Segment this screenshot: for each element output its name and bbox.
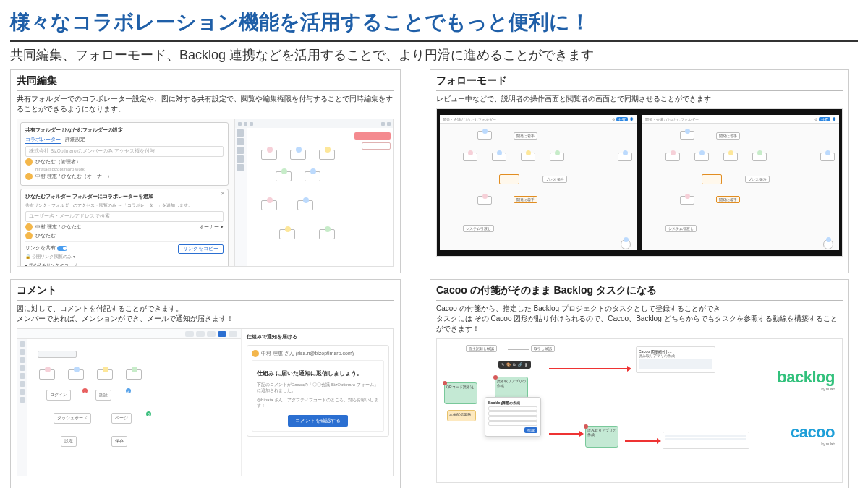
cacoo-logo: cacoo by nulab <box>791 423 835 446</box>
comment-bubble-icon[interactable]: 3 <box>146 411 151 416</box>
arrow-icon <box>549 433 581 435</box>
mini-editor <box>234 119 393 266</box>
accent-box <box>499 174 519 184</box>
comment-bubble-icon[interactable]: 1 <box>82 388 88 393</box>
context-menu[interactable]: ✎🎨⧉🔗🗑 <box>498 361 531 369</box>
node: 保存 <box>111 436 127 447</box>
card-comment-desc: 図に対して、コメントを付記することができます。 メンバーであれば、メンションがで… <box>11 304 400 328</box>
flow-box: ブレス 発注 <box>745 176 770 183</box>
card-backlog-title: Cacoo の付箋がそのまま Backlog タスクになる <box>430 280 848 300</box>
card-follow-title: フォローモード <box>430 70 848 90</box>
underline <box>436 90 843 91</box>
arrow-icon <box>549 368 629 369</box>
user-label: ひなたむ <box>35 232 56 239</box>
comment-canvas: ログイン 1 認証 2 ダッシュボード ページ 3 設定 保存 <box>17 329 242 476</box>
mention-text: @hinata さん、アダプティブカードのところ、対応お願いします！ <box>257 397 379 409</box>
flow-box: 取引し確認 <box>531 345 555 352</box>
card-coedit: 共同編集 共有フォルダーでのコラボレーター設定や、図に対する共有設定で、閲覧や編… <box>10 69 401 273</box>
node: ページ <box>111 413 132 424</box>
link-label: リンクを共有 <box>25 245 56 250</box>
view-comment-button[interactable]: コメントを確認する <box>288 415 348 427</box>
backlog-task-card: Cacoo 図形紐付 | … 読み取りアプリの作成 <box>636 346 715 373</box>
user-name: ひなたむ（管理者） <box>35 158 81 166</box>
close-icon[interactable]: ✕ <box>221 191 225 197</box>
underline <box>17 90 394 91</box>
cursor-chip <box>362 142 391 150</box>
avatar-icon <box>25 223 33 231</box>
backlog-task-row <box>663 432 749 449</box>
link-hint: 公開リンク <box>32 254 54 259</box>
from-label: 中村 理恵 さん (risa.n@bizoptimaro.com) <box>261 350 354 357</box>
avatar-icon <box>252 350 259 357</box>
panel-title: 共有フォルダー ひなたむフォルダーの設定 <box>25 127 224 134</box>
copy-link-button[interactable]: リンクをコピー <box>178 244 224 254</box>
share-button[interactable]: 共有 <box>819 117 830 121</box>
sticky-note[interactable]: 読み取りアプリの作成 <box>585 426 618 448</box>
sticky-note[interactable]: 読み取りアプリの作成 <box>495 377 528 398</box>
share-chip <box>354 132 391 140</box>
backlog-logo: backlog by nulab <box>777 368 835 391</box>
comment-bubble-icon[interactable]: 2 <box>126 388 131 393</box>
card-grid: 共同編集 共有フォルダーでのコラボレーター設定や、図に対する共有設定で、閲覧や編… <box>0 69 868 488</box>
create-button[interactable]: 作成 <box>524 427 537 433</box>
search-field[interactable]: ユーザー名・メールアドレスで検索 <box>25 211 224 222</box>
panel2-title: ひなたむフォルダー フォルダーにコラボレーターを追加 <box>25 193 224 200</box>
follow-thumb: 開発・会議 / ひなたむフォルダー ⚙共有👤 開発に着手 ブレス 発注 開発に着… <box>436 108 843 257</box>
flow-box: 自主記録し確認 <box>466 345 497 352</box>
flow-box: 開発に着手 <box>716 196 740 203</box>
avatar-icon <box>25 232 33 239</box>
link-toggle[interactable] <box>57 246 67 251</box>
tab-details[interactable]: 詳細設定 <box>65 136 85 144</box>
backlog-dialog[interactable]: Backlog課題の作成 作成 <box>485 397 541 437</box>
flow-box: ブレス 発注 <box>542 176 567 183</box>
crumb: 開発・会議 / ひなたむフォルダー <box>645 117 699 121</box>
role-select[interactable]: オーナー ▾ <box>199 223 224 231</box>
panel-header: 仕組みで通知を届ける <box>247 333 389 341</box>
node: 認証 <box>95 390 111 401</box>
node: ダッシュボード <box>54 413 91 424</box>
tool-sidebar <box>17 339 27 476</box>
embed-link[interactable]: ▸ 埋め込みリンク のコード <box>25 262 224 267</box>
avatar-icon <box>25 158 33 166</box>
notification-title: 仕組み に届いた通知に返信しましょう。 <box>257 369 379 377</box>
share-button[interactable]: 共有 <box>616 117 628 121</box>
follow-pane-right: 開発・会議 / ひなたむフォルダー ⚙共有👤 開発に着手 ブレス 発注 開発に着… <box>642 115 839 250</box>
follow-pane-left: 開発・会議 / ひなたむフォルダー ⚙共有👤 開発に着手 ブレス 発注 開発に着… <box>440 115 637 250</box>
card-backlog-desc: Cacoo の付箋から、指定した Backlog プロジェクトのタスクとして登録… <box>430 304 848 338</box>
avatar-icon <box>25 173 33 180</box>
flow-box: 開発に着手 <box>716 132 740 140</box>
toolbar <box>17 329 242 339</box>
comment-thumb: ログイン 1 認証 2 ダッシュボード ページ 3 設定 保存 仕組みで通知を届… <box>17 328 394 476</box>
notification-body: 下記のコメントがCacooの「〇〇会議 BizOptimaro フォーム」に追加… <box>257 382 379 394</box>
flow-box: 開発に着手 <box>514 196 537 203</box>
access-field[interactable]: 株式会社 BizOptimaro のメンバーのみ アクセス権を付与 <box>25 146 224 157</box>
flow-box: 開発に着手 <box>514 132 537 140</box>
underline <box>436 300 843 301</box>
sticky-note[interactable]: 本体配信業務 <box>447 410 476 421</box>
flow-box: システム引渡し <box>463 225 494 232</box>
flow-box: システム引渡し <box>665 225 697 232</box>
title-divider <box>10 40 858 42</box>
mini-sidebar <box>235 128 247 266</box>
tab-collaborator[interactable]: コラボレーター <box>25 136 61 144</box>
mini-toolbar <box>235 119 393 128</box>
notification-panel: 仕組みで通知を届ける 中村 理恵 さん (risa.n@bizoptimaro.… <box>242 329 393 476</box>
card-follow: フォローモード レビュー中などで、説明者の操作画面と閲覧者の画面とで同期させるこ… <box>430 69 849 273</box>
panel2-sub: 共有リンク・フォルダーのアクセス・閲覧のみ → 「コラボレーター」を追加します。 <box>25 202 224 209</box>
card-comment-title: コメント <box>11 280 400 300</box>
user-label: 中村 理恵 / ひなたむ <box>35 223 82 231</box>
node <box>38 351 77 358</box>
user-email: hinata@bizoptimaro.work <box>35 167 224 171</box>
coedit-thumb: 共有フォルダー ひなたむフォルダーの設定 コラボレーター 詳細設定 株式会社 B… <box>17 119 394 267</box>
page-title: 様々なコラボレーション機能を活用することでもっと便利に！ <box>0 0 868 40</box>
sticky-note[interactable]: QRコード読み込 <box>444 382 477 404</box>
backlog-thumb: 自主記録し確認 取引し確認 ✎🎨⧉🔗🗑 QRコード読み込 読み取りアプリの作成 … <box>436 338 843 483</box>
underline <box>17 300 394 301</box>
card-coedit-title: 共同編集 <box>11 70 400 90</box>
dialog-title: Backlog課題の作成 <box>488 401 537 405</box>
card-backlog: Cacoo の付箋がそのまま Backlog タスクになる Cacoo の付箋か… <box>430 279 849 488</box>
card-coedit-desc: 共有フォルダーでのコラボレーター設定や、図に対する共有設定で、閲覧や編集権限を付… <box>11 94 400 119</box>
accent-box <box>702 174 722 184</box>
arrow-icon <box>625 440 658 442</box>
user-name: 中村 理恵 / ひなたむ（オーナー） <box>35 173 112 180</box>
